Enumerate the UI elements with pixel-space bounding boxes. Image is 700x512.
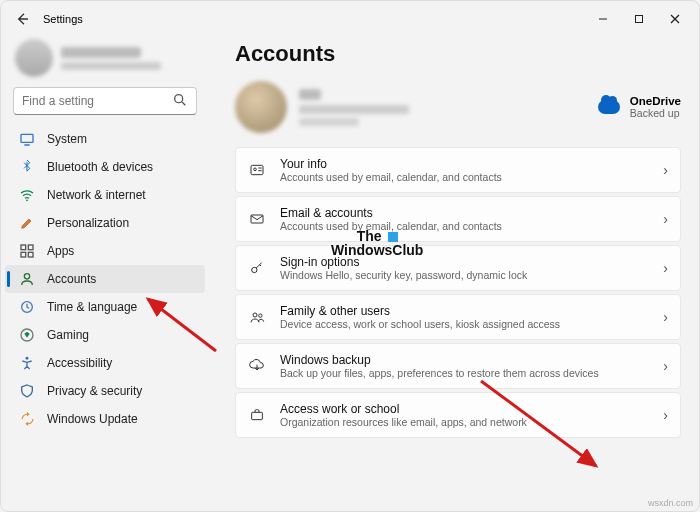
card-title: Family & other users: [280, 304, 663, 318]
sidebar-item-accessibility[interactable]: Accessibility: [5, 349, 205, 377]
minimize-button[interactable]: [585, 5, 621, 33]
svg-rect-6: [21, 134, 33, 142]
briefcase-icon: [248, 406, 266, 424]
maximize-icon: [634, 14, 644, 24]
card-title: Email & accounts: [280, 206, 663, 220]
search-box[interactable]: [13, 87, 197, 115]
svg-point-24: [259, 314, 262, 317]
minimize-icon: [598, 14, 608, 24]
svg-rect-12: [28, 252, 33, 257]
close-button[interactable]: [657, 5, 693, 33]
maximize-button[interactable]: [621, 5, 657, 33]
sidebar-item-label: Privacy & security: [47, 384, 142, 398]
sidebar-item-label: Windows Update: [47, 412, 138, 426]
close-icon: [670, 14, 680, 24]
svg-rect-10: [28, 245, 33, 250]
window-title: Settings: [43, 13, 83, 25]
svg-rect-25: [252, 412, 263, 419]
apps-icon: [19, 243, 35, 259]
sidebar-item-network[interactable]: Network & internet: [5, 181, 205, 209]
svg-rect-11: [21, 252, 26, 257]
search-input[interactable]: [22, 94, 172, 108]
card-windows-backup[interactable]: Windows backupBack up your files, apps, …: [235, 343, 681, 389]
sidebar-item-label: System: [47, 132, 87, 146]
titlebar: Settings: [1, 1, 699, 37]
sidebar-item-apps[interactable]: Apps: [5, 237, 205, 265]
sidebar-item-label: Time & language: [47, 300, 137, 314]
sidebar-profile[interactable]: [5, 37, 205, 81]
people-icon: [248, 308, 266, 326]
avatar: [15, 39, 53, 77]
svg-point-22: [252, 267, 257, 272]
account-profile: OneDrive Backed up: [235, 81, 681, 133]
page-title: Accounts: [235, 41, 681, 67]
settings-cards: Your infoAccounts used by email, calenda…: [235, 147, 681, 438]
svg-rect-17: [251, 165, 263, 174]
sidebar-item-label: Gaming: [47, 328, 89, 342]
card-work-school[interactable]: Access work or schoolOrganization resour…: [235, 392, 681, 438]
window-controls: [585, 5, 693, 33]
svg-point-13: [24, 274, 29, 279]
sidebar-item-bluetooth[interactable]: Bluetooth & devices: [5, 153, 205, 181]
cloud-icon: [598, 100, 620, 114]
svg-point-4: [175, 94, 183, 102]
sidebar-item-personalization[interactable]: Personalization: [5, 209, 205, 237]
chevron-right-icon: ›: [663, 407, 668, 423]
sidebar-item-label: Personalization: [47, 216, 129, 230]
svg-rect-21: [251, 215, 263, 223]
sidebar-nav: System Bluetooth & devices Network & int…: [5, 125, 205, 433]
card-your-info[interactable]: Your infoAccounts used by email, calenda…: [235, 147, 681, 193]
sidebar-item-update[interactable]: Windows Update: [5, 405, 205, 433]
chevron-right-icon: ›: [663, 260, 668, 276]
card-title: Sign-in options: [280, 255, 663, 269]
onedrive-title: OneDrive: [630, 95, 681, 107]
sidebar-item-label: Apps: [47, 244, 74, 258]
sidebar-item-label: Accessibility: [47, 356, 112, 370]
sidebar-item-label: Accounts: [47, 272, 96, 286]
sidebar-item-label: Network & internet: [47, 188, 146, 202]
card-family-users[interactable]: Family & other usersDevice access, work …: [235, 294, 681, 340]
chevron-right-icon: ›: [663, 211, 668, 227]
sidebar-item-privacy[interactable]: Privacy & security: [5, 377, 205, 405]
card-title: Your info: [280, 157, 663, 171]
svg-rect-9: [21, 245, 26, 250]
shield-icon: [19, 383, 35, 399]
card-title: Windows backup: [280, 353, 663, 367]
bluetooth-icon: [19, 159, 35, 175]
chevron-right-icon: ›: [663, 358, 668, 374]
onedrive-sub: Backed up: [630, 107, 681, 119]
sidebar: System Bluetooth & devices Network & int…: [1, 37, 209, 511]
chevron-right-icon: ›: [663, 162, 668, 178]
svg-point-18: [254, 168, 257, 171]
card-signin-options[interactable]: Sign-in optionsWindows Hello, security k…: [235, 245, 681, 291]
card-email-accounts[interactable]: Email & accountsAccounts used by email, …: [235, 196, 681, 242]
card-sub: Organization resources like email, apps,…: [280, 416, 663, 428]
svg-line-5: [182, 102, 185, 105]
avatar: [235, 81, 287, 133]
accessibility-icon: [19, 355, 35, 371]
mail-icon: [248, 210, 266, 228]
svg-point-16: [26, 357, 29, 360]
card-sub: Device access, work or school users, kio…: [280, 318, 663, 330]
id-card-icon: [248, 161, 266, 179]
svg-rect-1: [636, 16, 643, 23]
search-icon: [172, 92, 188, 111]
sidebar-item-accounts[interactable]: Accounts: [5, 265, 205, 293]
card-sub: Windows Hello, security key, password, d…: [280, 269, 663, 281]
card-sub: Back up your files, apps, preferences to…: [280, 367, 663, 379]
onedrive-status[interactable]: OneDrive Backed up: [598, 95, 681, 119]
profile-text: [61, 47, 161, 70]
svg-point-23: [253, 313, 257, 317]
sidebar-item-system[interactable]: System: [5, 125, 205, 153]
backup-icon: [248, 357, 266, 375]
brush-icon: [19, 215, 35, 231]
update-icon: [19, 411, 35, 427]
credit: wsxdn.com: [648, 498, 693, 508]
sidebar-item-time[interactable]: Time & language: [5, 293, 205, 321]
system-icon: [19, 131, 35, 147]
main-content: Accounts OneDrive Backed up Your infoAcc…: [209, 37, 699, 511]
person-icon: [19, 271, 35, 287]
back-button[interactable]: [7, 4, 37, 34]
card-sub: Accounts used by email, calendar, and co…: [280, 220, 663, 232]
sidebar-item-gaming[interactable]: Gaming: [5, 321, 205, 349]
